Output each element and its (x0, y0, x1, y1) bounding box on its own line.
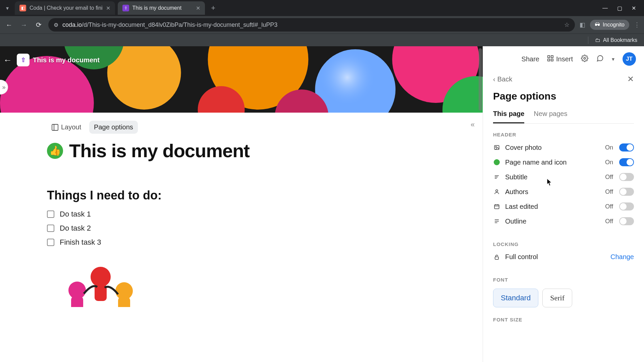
url-text: coda.io/d/This-is-my-document_d84lv0ZibP… (62, 21, 560, 28)
folder-icon: 🗀 (595, 37, 600, 43)
header-option-row: SubtitleOff (493, 173, 634, 181)
option-toggle[interactable] (619, 202, 634, 210)
svg-rect-23 (118, 297, 130, 307)
option-toggle[interactable] (619, 188, 634, 196)
layout-button[interactable]: Layout (47, 121, 86, 134)
tab-title: This is my document (132, 5, 193, 11)
doc-pane: ← ⇧ This is my document » « Layout Pa (0, 46, 483, 362)
option-toggle[interactable] (619, 217, 634, 225)
user-avatar[interactable]: JT (623, 52, 636, 66)
chevron-left-icon: ‹ (493, 75, 495, 83)
svg-point-25 (495, 146, 496, 147)
all-bookmarks-button[interactable]: 🗀 All Bookmarks (595, 37, 637, 43)
option-state: On (605, 144, 613, 151)
svg-point-29 (496, 190, 498, 192)
font-standard-button[interactable]: Standard (493, 289, 538, 307)
panel-back-button[interactable]: ‹ Back (493, 75, 512, 83)
svg-rect-16 (52, 124, 58, 130)
font-serif-button[interactable]: Serif (542, 289, 572, 307)
close-icon[interactable]: ✕ (106, 5, 110, 11)
top-actions: Share Insert ▾ JT (522, 52, 636, 66)
font-group-label: FONT (493, 277, 634, 283)
url-input[interactable]: ⚙ coda.io/d/This-is-my-document_d84lv0Zi… (48, 18, 575, 32)
collapse-panel-button[interactable]: « (467, 119, 478, 130)
minimize-button[interactable]: — (602, 5, 608, 11)
section-title[interactable]: Things I need to do: (47, 188, 436, 202)
page-title[interactable]: This is my document (69, 140, 250, 162)
bookmark-star-icon[interactable]: ☆ (564, 21, 570, 28)
task-label[interactable]: Finish task 3 (60, 238, 101, 247)
task-label[interactable]: Do task 2 (60, 224, 91, 233)
insert-icon (547, 55, 553, 63)
calendar-icon (493, 203, 500, 209)
reload-button[interactable]: ⟳ (34, 20, 44, 30)
task-checkbox[interactable] (47, 225, 54, 232)
forward-button[interactable]: → (19, 20, 29, 30)
svg-rect-3 (551, 59, 553, 61)
tab-new-pages[interactable]: New pages (534, 110, 567, 123)
insert-button[interactable]: Insert (547, 55, 573, 63)
new-tab-button[interactable]: + (208, 2, 219, 14)
option-toggle[interactable] (619, 158, 634, 166)
header-option-row: AuthorsOff (493, 188, 634, 196)
page-options-button[interactable]: Page options (89, 121, 138, 134)
header-group-label: HEADER (493, 132, 634, 137)
locking-row: Full control Change (493, 253, 634, 261)
share-label: Share (522, 55, 539, 63)
share-button[interactable]: Share (522, 55, 539, 63)
svg-rect-37 (495, 257, 499, 259)
option-toggle[interactable] (619, 173, 634, 181)
task-checkbox[interactable] (47, 210, 54, 218)
coda-favicon-icon: ◧ (19, 5, 26, 11)
tab-this-page[interactable]: This page (493, 110, 524, 123)
comments-dropdown-icon[interactable]: ▾ (612, 56, 614, 62)
panel-close-button[interactable]: ✕ (627, 74, 634, 84)
page-options-label: Page options (94, 123, 133, 131)
svg-rect-24 (494, 145, 499, 149)
task-row: Do task 1 (47, 210, 436, 219)
maximize-button[interactable]: ▢ (617, 5, 622, 11)
svg-rect-30 (494, 205, 499, 209)
close-icon[interactable]: ✕ (196, 5, 200, 11)
doc-back-button[interactable]: ← (3, 55, 12, 65)
cover-photo[interactable]: ← ⇧ This is my document » (0, 46, 483, 113)
close-window-button[interactable]: ✕ (632, 5, 636, 11)
all-bookmarks-label: All Bookmarks (603, 37, 637, 43)
insert-label: Insert (556, 55, 573, 63)
task-label[interactable]: Do task 1 (60, 210, 91, 219)
tab-document[interactable]: ⇧ This is my document ✕ (118, 1, 205, 15)
option-toggle[interactable] (619, 143, 634, 152)
svg-point-4 (584, 57, 586, 59)
doc-header-bar: ← ⇧ This is my document (3, 54, 100, 66)
task-row: Finish task 3 (47, 238, 436, 247)
doc-chip[interactable]: ⇧ This is my document (17, 54, 100, 66)
comments-button[interactable] (596, 55, 604, 63)
option-label: Cover photo (505, 144, 600, 152)
authors-icon (493, 189, 500, 195)
incognito-indicator[interactable]: 🕶 Incognito (590, 20, 629, 30)
side-panel-icon[interactable]: ◧ (580, 21, 585, 28)
settings-gear-icon[interactable] (581, 55, 588, 63)
subtitle-icon (493, 174, 500, 180)
site-info-icon[interactable]: ⚙ (54, 22, 58, 28)
tab-coda-email[interactable]: ◧ Coda | Check your email to fini ✕ (15, 1, 115, 15)
back-button[interactable]: ← (4, 20, 14, 30)
address-bar: ← → ⟳ ⚙ coda.io/d/This-is-my-document_d8… (0, 16, 644, 34)
illustration (47, 260, 436, 308)
locking-change-button[interactable]: Change (610, 253, 634, 261)
option-label: Authors (505, 188, 600, 196)
scrollbar[interactable] (479, 48, 482, 111)
divider (588, 37, 588, 44)
option-label: Page name and icon (505, 159, 600, 166)
doc-body: Layout Page options 👍 This is my documen… (0, 113, 483, 322)
tab-search-dropdown[interactable]: ▾ (3, 3, 12, 13)
panel-back-label: Back (497, 75, 512, 83)
page-emoji-icon (493, 159, 500, 165)
locking-label: Full control (505, 253, 606, 261)
page-options-panel: ‹ Back ✕ Page options This page New page… (483, 46, 644, 362)
layout-icon (52, 124, 58, 131)
page-emoji-icon[interactable]: 👍 (47, 143, 63, 159)
browser-menu-button[interactable]: ⋮ (634, 21, 640, 28)
task-checkbox[interactable] (47, 239, 54, 246)
header-options: Cover photoOnPage name and iconOnSubtitl… (493, 143, 634, 225)
